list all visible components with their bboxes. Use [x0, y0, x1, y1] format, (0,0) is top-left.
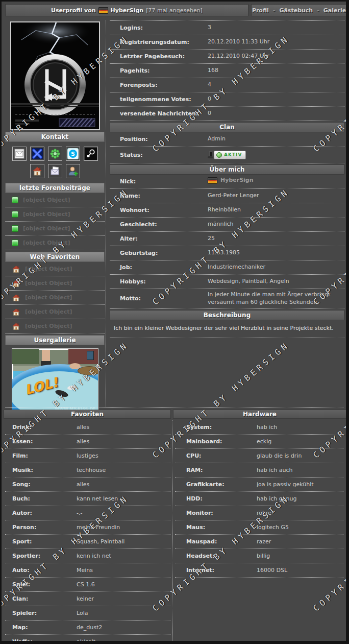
- favorites-row: Musik: techhouse: [5, 463, 170, 478]
- forum-post-link[interactable]: [object Object]: [5, 193, 105, 207]
- stat-value: 0: [208, 108, 344, 120]
- web-favorite-link[interactable]: [object Object]: [5, 319, 105, 333]
- hardware-value: glaub die is drin: [257, 452, 343, 459]
- favorite-label: Person:: [5, 524, 77, 531]
- web-favorites-list: [object Object] [object Object] [object …: [5, 262, 105, 333]
- photo-swimmer: [69, 363, 81, 369]
- favorite-value: meine Freundin: [77, 524, 170, 531]
- skype-icon[interactable]: S: [66, 147, 80, 161]
- hardware-row: Headset: billig: [175, 549, 343, 563]
- web-favorite-link[interactable]: [object Object]: [5, 262, 105, 276]
- favorite-label: Buch:: [5, 495, 77, 502]
- home-icon: [12, 294, 20, 302]
- about-label: Wohnort:: [110, 207, 208, 213]
- contact-icons-row2: [5, 164, 105, 178]
- web-favorite-title: [object Object]: [25, 308, 72, 315]
- favorites-row: Auto: Meins: [5, 563, 170, 578]
- nav-link-gaestebuch[interactable]: Gästebuch: [279, 7, 313, 14]
- stat-value: 0: [208, 93, 344, 105]
- hardware-label: Grafikkarte:: [175, 481, 257, 488]
- hardware-label: Maus:: [175, 524, 257, 531]
- nav-link-galerie[interactable]: Galerie: [323, 7, 346, 14]
- forum-post-link[interactable]: [object Object]: [5, 236, 105, 250]
- hardware-label: HDD:: [175, 495, 257, 502]
- favorite-label: Sport:: [5, 538, 77, 545]
- description-text: Ich bin ein kleiner Webdesigner der sehr…: [110, 320, 344, 338]
- hardware-value: joa is passiv gekühlt: [257, 481, 343, 488]
- bottom-column-divider: [172, 420, 172, 641]
- home-icon: [12, 308, 20, 316]
- stats-row: Registrierungsdatum: 20.12.2010 11:33 Uh…: [110, 35, 344, 50]
- nick-row: Nick: HyberSign: [110, 175, 344, 189]
- favorite-value: lustiges: [77, 452, 170, 459]
- status-value: AKTIV: [208, 149, 344, 161]
- favorite-label: Musik:: [5, 467, 77, 473]
- about-value: 25: [208, 233, 344, 245]
- favorite-value: Squash, Paintball: [77, 538, 170, 545]
- about-table: Name: Gerd-Peter Lenger Wohnort: Rheinbö…: [110, 189, 344, 309]
- web-favorites-header: Web Favoriten: [5, 252, 105, 262]
- web-favorite-link[interactable]: [object Object]: [5, 276, 105, 291]
- favorite-label: Essen:: [5, 438, 77, 445]
- favorites-row: Drink: alles: [5, 420, 170, 435]
- favorite-label: Sportler:: [5, 553, 77, 559]
- nav-link-profil[interactable]: Profil: [252, 7, 269, 14]
- nick-label: Nick:: [110, 178, 208, 185]
- hardware-row: System: hab ich: [175, 420, 343, 435]
- mail-icon[interactable]: [12, 147, 27, 161]
- position-value: Admin: [208, 133, 344, 145]
- favorite-label: Clan:: [5, 595, 77, 602]
- favorites-table: Drink: alles Essen: alles Film: lustiges…: [5, 420, 170, 644]
- web-favorite-title: [object Object]: [25, 280, 72, 287]
- photo-window: [87, 351, 94, 360]
- about-label: Hobbys:: [110, 278, 208, 285]
- gallery-header: Usergallerie: [5, 335, 105, 345]
- forum-post-link[interactable]: [object Object]: [5, 207, 105, 222]
- favorites-row: Autor: -.-: [5, 506, 170, 520]
- profile-nav: Profil - Gästebuch - Galerie: [251, 4, 347, 16]
- message-icon[interactable]: [48, 164, 62, 178]
- forum-post-link[interactable]: [object Object]: [5, 222, 105, 236]
- stat-label: versendete Nachrichten:: [110, 110, 208, 117]
- web-favorite-title: [object Object]: [25, 323, 72, 329]
- nick-value: HyberSign: [208, 175, 344, 188]
- about-label: Alter:: [110, 235, 208, 242]
- about-row: Name: Gerd-Peter Lenger: [110, 189, 344, 203]
- stats-row: Letzter Pagebesuch: 21.12.2010 02:47 Uhr: [110, 50, 344, 64]
- about-value: Industriemechaniker: [208, 261, 344, 273]
- stat-value: 4: [208, 79, 344, 91]
- favorite-value: -.-: [77, 510, 170, 516]
- add-buddy-icon[interactable]: [66, 164, 80, 178]
- about-label: Job:: [110, 264, 208, 271]
- clan-header: Clan: [110, 122, 344, 132]
- nick-user-link[interactable]: HyberSign: [208, 177, 254, 184]
- web-favorite-title: [object Object]: [25, 266, 72, 272]
- post-status-icon: [12, 211, 18, 218]
- about-value: Gerd-Peter Lenger: [208, 190, 344, 202]
- steam-icon[interactable]: [84, 147, 98, 161]
- favorite-value: alles: [77, 481, 170, 488]
- web-favorite-link[interactable]: [object Object]: [5, 291, 105, 305]
- xfire-icon[interactable]: [30, 147, 44, 161]
- favorites-header: Favoriten: [4, 410, 171, 419]
- main-column: Logins: 3 Registrierungsdatum: 20.12.201…: [110, 20, 344, 338]
- favorites-row: Sportler: kenn ich net: [5, 549, 170, 563]
- about-header: Über mich: [110, 164, 344, 175]
- nick-username: HyberSign: [220, 177, 254, 184]
- hardware-label: RAM:: [175, 467, 257, 473]
- favorite-value: de_dust2: [77, 624, 170, 631]
- joystick-icon: [208, 151, 213, 158]
- gallery-thumbnail[interactable]: LOL! WWW.MY-KISS.DE: [12, 348, 98, 414]
- homepage-icon[interactable]: [30, 164, 44, 178]
- hardware-value: 16000 DSL: [257, 567, 343, 574]
- forum-posts-header: letzte Forenbeiträge: [5, 183, 105, 193]
- favorites-row: Buch: kann net lesen: [5, 492, 170, 506]
- web-favorite-link[interactable]: [object Object]: [5, 305, 105, 319]
- about-row: Job: Industriemechaniker: [110, 260, 344, 275]
- stat-label: teilgenommene Votes:: [110, 96, 208, 103]
- forum-post-title: [object Object]: [23, 225, 70, 232]
- forum-post-title: [object Object]: [23, 211, 70, 218]
- icq-icon[interactable]: [48, 147, 62, 161]
- about-value: Webdesign, Paintball, Angeln: [208, 276, 344, 288]
- stat-value: 168: [208, 65, 344, 77]
